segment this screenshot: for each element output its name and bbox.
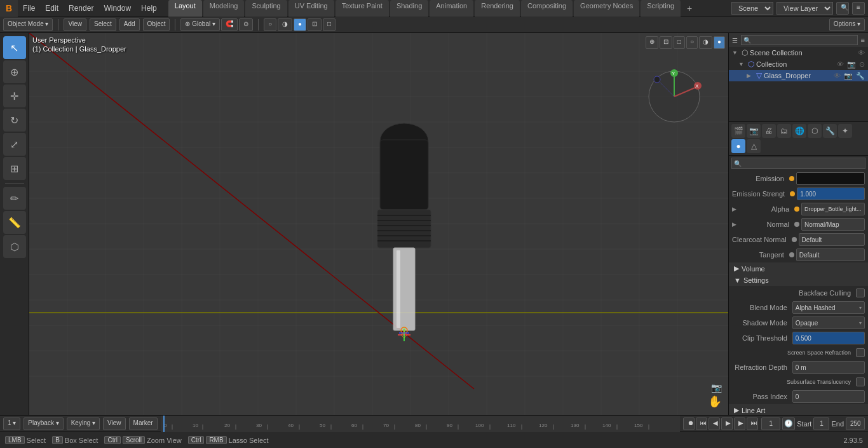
prop-output-icon[interactable]: 🖨 [762,124,776,138]
collection-expand[interactable]: ▼ [738,61,746,67]
prev-frame-button[interactable]: ◀ [709,417,720,430]
scene-collection-expand[interactable]: ▼ [732,50,740,56]
record-button[interactable]: ⏺ [683,417,695,430]
tab-rendering[interactable]: Rendering [475,0,520,17]
search-button[interactable]: 🔍 [836,2,849,15]
object-eye-icon[interactable]: 👁 [834,72,841,79]
viewport-shading-solid[interactable]: ○ [264,18,276,31]
tangent-value[interactable]: Default [796,248,865,261]
view-menu-button[interactable]: View [103,417,126,430]
tool-move[interactable]: ✛ [3,85,26,107]
jump-end-button[interactable]: ⏭ [747,417,758,430]
prop-material-icon[interactable]: ● [731,139,745,153]
tab-uv-editing[interactable]: UV Editing [288,0,334,17]
navigation-gizmo[interactable]: Y X [646,68,703,125]
tool-select[interactable]: ↖ [3,36,26,59]
properties-search[interactable] [731,158,865,169]
menu-window[interactable]: Window [98,0,136,17]
prop-scene-icon[interactable]: 🎬 [731,124,745,138]
menu-edit[interactable]: Edit [40,0,64,17]
viewport-shading-render-btn[interactable]: ● [714,36,725,49]
start-frame-input[interactable] [813,417,829,430]
blender-logo[interactable]: B [0,0,18,17]
tab-compositing[interactable]: Compositing [521,0,573,17]
tool-transform[interactable]: ⊞ [3,157,26,180]
viewport-shading-material[interactable]: ◑ [278,18,292,31]
menu-file[interactable]: File [18,0,40,17]
add-workspace-button[interactable]: + [682,0,697,17]
add-menu[interactable]: Add [119,18,140,31]
pass-index-value[interactable]: 0 [792,390,865,403]
current-frame-input[interactable] [761,417,780,430]
outliner-search[interactable] [741,35,858,45]
scene-selector[interactable]: Scene [731,2,773,15]
frame-clock-icon[interactable]: 🕐 [782,417,795,430]
backface-culling-checkbox[interactable] [856,288,865,297]
tab-sculpting[interactable]: Sculpting [245,0,287,17]
line-art-section-header[interactable]: ▶ Line Art [729,404,868,415]
view-layer-selector[interactable]: View Layer [776,2,833,15]
snap-button[interactable]: 🧲 [221,18,238,31]
alpha-value[interactable]: Dropper_Bottle_light... [801,203,865,215]
emission-strength-value[interactable]: 1.000 [797,187,865,200]
prop-render-icon[interactable]: 📷 [747,124,761,138]
proportional-edit[interactable]: ⊙ [239,18,253,31]
options-button[interactable]: Options ▾ [829,18,865,31]
collection-exclude-icon[interactable]: ⊙ [859,60,865,69]
tab-layout[interactable]: Layout [168,0,202,17]
prop-particles-icon[interactable]: ✦ [838,124,852,138]
normal-value[interactable]: Normal/Map [801,218,865,231]
object-menu[interactable]: Object [143,18,170,31]
prop-object-icon[interactable]: ⬡ [808,124,822,138]
viewport-xray-toggle[interactable]: □ [674,36,685,49]
viewport-shading-render[interactable]: ● [294,18,306,31]
viewport-overlay-toggle[interactable]: ⊡ [660,36,672,49]
view-menu[interactable]: View [64,18,86,31]
tool-measure[interactable]: 📏 [3,211,26,234]
prop-modifier-icon[interactable]: 🔧 [823,124,837,138]
outliner-scene-collection[interactable]: ▼ ⬡ Scene Collection 👁 [729,47,868,58]
next-frame-button[interactable]: ▶ [734,417,745,430]
timeline-ruler[interactable]: 0 10 20 30 40 50 60 70 80 [161,416,681,432]
tab-shading[interactable]: Shading [390,0,428,17]
playback-menu-button[interactable]: Playback ▾ [24,417,63,430]
menu-render[interactable]: Render [64,0,98,17]
tab-scripting[interactable]: Scripting [641,0,681,17]
object-expand[interactable]: ▶ [747,72,754,79]
viewport-shading-solid-btn[interactable]: ○ [686,36,698,49]
emission-color-swatch[interactable] [796,172,865,185]
play-button[interactable]: ▶ [721,417,733,430]
end-frame-input[interactable] [846,417,865,430]
viewport-overlay[interactable]: ⊡ [308,18,322,31]
scene-eye-icon[interactable]: 👁 [858,49,865,57]
marker-menu-button[interactable]: Marker [129,417,158,430]
prop-view-layer-icon[interactable]: 🗂 [777,124,791,138]
volume-section-header[interactable]: ▶ Volume [729,262,868,275]
playback-dropdown[interactable]: 1 ▾ [3,417,20,430]
screen-space-refraction-checkbox[interactable] [856,348,865,357]
outliner-glass-dropper[interactable]: ▶ ▽ Glass_Dropper 👁 📷 🔧 [729,70,868,81]
filter-button[interactable]: ≡ [852,2,865,15]
collection-render-icon[interactable]: 📷 [847,60,856,69]
blend-mode-dropdown[interactable]: Alpha Hashed ▾ [792,301,865,314]
tab-animation[interactable]: Animation [430,0,473,17]
tab-texture-paint[interactable]: Texture Paint [336,0,389,17]
tab-geometry-nodes[interactable]: Geometry Nodes [574,0,639,17]
refraction-depth-value[interactable]: 0 m [792,361,865,374]
tool-scale[interactable]: ⤢ [3,133,26,156]
object-render-icon[interactable]: 📷 [844,72,853,80]
xray-toggle[interactable]: □ [323,18,336,31]
keying-menu-button[interactable]: Keying ▾ [67,417,100,430]
tab-modeling[interactable]: Modeling [203,0,245,17]
tool-annotate[interactable]: ✏ [3,187,26,210]
transform-selector[interactable]: ⊕ Global ▾ [180,18,219,31]
jump-start-button[interactable]: ⏮ [696,417,707,430]
outliner-filter-icon[interactable]: ≡ [861,36,865,44]
shadow-mode-dropdown[interactable]: Opaque ▾ [792,316,865,329]
viewport-shading-material-btn[interactable]: ◑ [699,36,712,49]
viewport[interactable]: User Perspective (1) Collection | Glass_… [29,33,728,415]
tool-rotate[interactable]: ↻ [3,109,26,132]
tool-cursor[interactable]: ⊕ [3,60,26,83]
viewport-gizmo-toggle[interactable]: ⊕ [646,36,658,49]
prop-world-icon[interactable]: 🌐 [792,124,806,138]
